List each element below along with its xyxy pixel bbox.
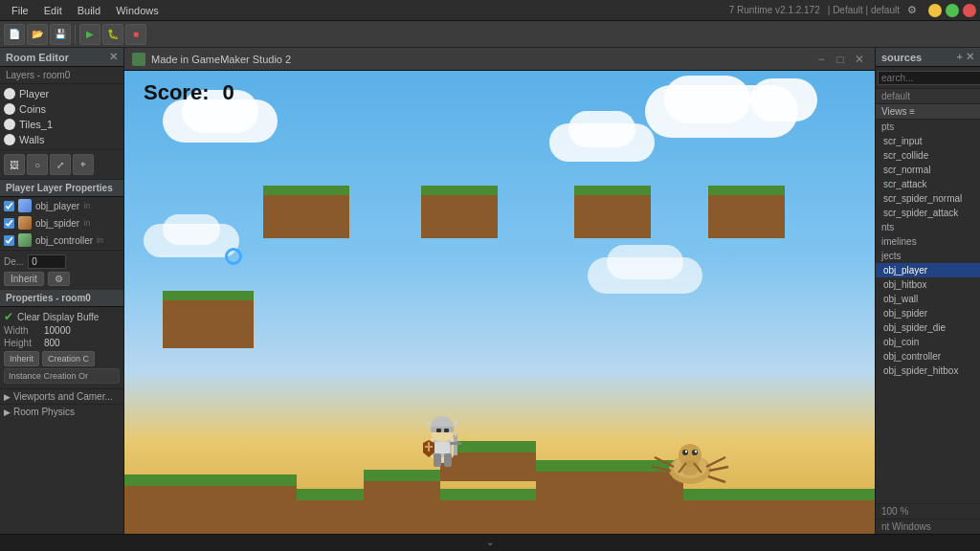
game-win-minimize[interactable]: − xyxy=(813,52,829,67)
ground-main-body xyxy=(297,500,683,534)
depth-label: De... xyxy=(4,256,24,267)
res-item-obj-hitbox[interactable]: obj_hitbox xyxy=(876,277,980,292)
viewports-cameras-section[interactable]: ▶ Viewports and Camer... xyxy=(0,388,123,404)
res-item-scr-attack[interactable]: scr_attack xyxy=(876,177,980,191)
layer-player-circle xyxy=(4,88,15,99)
new-btn[interactable]: 📄 xyxy=(4,24,25,45)
run-btn[interactable]: ▶ xyxy=(79,24,100,45)
layer-walls[interactable]: Walls xyxy=(0,132,123,147)
room-physics-arrow-icon: ▶ xyxy=(4,408,11,417)
viewports-label: Viewports and Camer... xyxy=(13,391,113,402)
prop-spider-checkbox[interactable] xyxy=(4,218,14,229)
room-physics-section[interactable]: ▶ Room Physics xyxy=(0,404,123,419)
res-folder-timelines[interactable]: imelines xyxy=(876,234,980,249)
room-editor-close[interactable]: ✕ xyxy=(109,51,118,63)
room-inherit-btn[interactable]: Inherit xyxy=(4,351,39,366)
resources-add-icon[interactable]: + xyxy=(957,51,963,63)
settings-icon[interactable]: ⚙ xyxy=(907,4,917,16)
prop-player-tag: in xyxy=(83,201,90,210)
res-item-scr-spider-attack[interactable]: scr_spider_attack xyxy=(876,206,980,220)
resources-close-icon[interactable]: ✕ xyxy=(966,51,974,63)
svg-rect-13 xyxy=(428,442,430,452)
prop-spider-tag: in xyxy=(83,218,90,228)
res-folder-objects[interactable]: jects xyxy=(876,249,980,263)
open-btn[interactable]: 📂 xyxy=(27,24,48,45)
cloud-1b xyxy=(664,76,750,123)
layer-coins[interactable]: Coins xyxy=(0,101,123,117)
prop-player-checkbox[interactable] xyxy=(4,201,14,211)
menu-file[interactable]: File xyxy=(4,3,36,18)
prop-spider-icon xyxy=(18,216,32,230)
res-item-obj-spider[interactable]: obj_spider xyxy=(876,306,980,320)
res-item-scr-input[interactable]: scr_input xyxy=(876,134,980,148)
prop-ctrl-label: obj_controller xyxy=(35,235,93,246)
platform-2-top xyxy=(421,186,498,195)
res-item-scr-spider-normal[interactable]: scr_spider_normal xyxy=(876,191,980,206)
height-value: 800 xyxy=(44,338,60,348)
debug-btn[interactable]: 🐛 xyxy=(102,24,123,45)
layer-tool-circle[interactable]: ○ xyxy=(27,154,48,175)
layer-tool-img[interactable]: 🖼 xyxy=(4,154,25,175)
menu-edit[interactable]: Edit xyxy=(36,3,70,18)
svg-line-26 xyxy=(709,467,728,471)
res-item-obj-spider-hitbox[interactable]: obj_spider_hitbox xyxy=(876,364,980,378)
res-item-scr-input-label: scr_input xyxy=(883,136,923,146)
platform-3-top xyxy=(574,186,651,195)
svg-line-25 xyxy=(706,457,725,467)
res-item-scr-collide[interactable]: scr_collide xyxy=(876,148,980,163)
room-props-header: Properties - room0 xyxy=(0,290,123,307)
prop-ctrl-icon xyxy=(18,233,32,247)
game-window: Made in GameMaker Studio 2 − □ ✕ xyxy=(124,48,875,534)
maximize-btn[interactable] xyxy=(946,4,959,17)
res-item-obj-coin[interactable]: obj_coin xyxy=(876,335,980,349)
layer-player[interactable]: Player xyxy=(0,86,123,101)
prop-spider: obj_spider in xyxy=(0,214,123,231)
menu-windows[interactable]: Windows xyxy=(108,3,167,18)
views-bar: Views ≡ xyxy=(876,104,980,120)
layers-header: Layers - room0 xyxy=(0,67,123,84)
game-win-maximize[interactable]: □ xyxy=(833,52,848,67)
res-item-obj-hitbox-label: obj_hitbox xyxy=(883,279,927,290)
layer-tool-extra[interactable]: ⌖ xyxy=(73,154,94,175)
res-item-obj-coin-label: obj_coin xyxy=(883,337,919,347)
main-app-bar: File Edit Build Windows 7 Runtime v2.1.2… xyxy=(0,0,980,21)
room-creation-btn[interactable]: Creation C xyxy=(42,351,95,366)
ground-step-left-body xyxy=(124,486,297,534)
score-label: Score: xyxy=(144,80,209,104)
close-btn[interactable] xyxy=(963,4,976,17)
res-item-scr-collide-label: scr_collide xyxy=(883,150,928,161)
layers-list: Player Coins Tiles_1 Walls xyxy=(0,84,123,149)
inherit-btn[interactable]: Inherit xyxy=(4,272,44,286)
res-folder-objects-label: jects xyxy=(881,251,902,261)
svg-rect-6 xyxy=(444,429,449,432)
res-item-obj-wall[interactable]: obj_wall xyxy=(876,292,980,306)
res-item-scr-normal[interactable]: scr_normal xyxy=(876,163,980,177)
menu-build[interactable]: Build xyxy=(70,3,108,18)
stop-btn[interactable]: ■ xyxy=(125,24,146,45)
layer-tiles[interactable]: Tiles_1 xyxy=(0,117,123,132)
save-btn[interactable]: 💾 xyxy=(50,24,71,45)
resources-label: sources xyxy=(881,52,922,63)
res-item-obj-player[interactable]: obj_player xyxy=(876,263,980,277)
game-win-close[interactable]: ✕ xyxy=(852,52,867,67)
minimize-btn[interactable] xyxy=(928,4,942,17)
res-folder-pts[interactable]: pts xyxy=(876,120,980,134)
res-folder-nts[interactable]: nts xyxy=(876,220,980,234)
layer-tiles-circle xyxy=(4,119,15,130)
platform-4-body xyxy=(708,195,785,238)
layer-tiles-label: Tiles_1 xyxy=(19,119,53,130)
clear-display-label: Clear Display Buffe xyxy=(17,312,99,322)
room-props-content: ✔ Clear Display Buffe Width 10000 Height… xyxy=(0,307,123,388)
res-item-obj-spider-die[interactable]: obj_spider_die xyxy=(876,320,980,335)
prop-ctrl-checkbox[interactable] xyxy=(4,235,14,246)
layer-tool-move[interactable]: ⤢ xyxy=(50,154,71,175)
depth-input[interactable]: 0 xyxy=(28,254,66,269)
layer-coins-circle xyxy=(4,103,15,115)
runtime-info: 7 Runtime v2.1.2.172 xyxy=(729,5,820,15)
zoom-label: 100 % xyxy=(881,506,908,517)
resources-search[interactable] xyxy=(878,71,980,85)
cloud-5b xyxy=(607,245,683,279)
instance-creation-btn[interactable]: Instance Creation Or xyxy=(4,368,120,384)
res-item-obj-controller[interactable]: obj_controller xyxy=(876,349,980,364)
gear-btn[interactable]: ⚙ xyxy=(48,272,70,286)
